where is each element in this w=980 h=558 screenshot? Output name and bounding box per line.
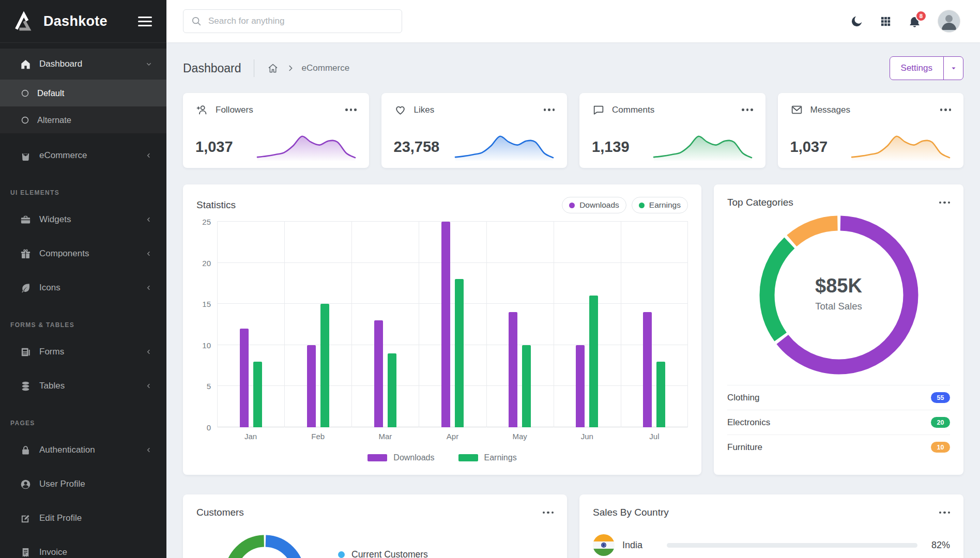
sidebar-item-authentication[interactable]: Authentication <box>0 433 166 467</box>
category-row-clothing[interactable]: Clothing55 <box>727 385 950 410</box>
customers-menu-icon[interactable] <box>543 509 554 516</box>
user-avatar[interactable] <box>938 10 960 33</box>
stat-card-menu-icon[interactable] <box>742 106 753 113</box>
settings-dropdown-caret[interactable] <box>943 57 963 80</box>
top-categories-title: Top Categories <box>727 197 793 208</box>
home-icon <box>20 58 32 70</box>
country-progress-bar <box>667 543 917 548</box>
receipt-icon <box>20 547 32 558</box>
bar-earnings-mar <box>388 353 396 427</box>
bar-earnings-jan <box>253 362 262 427</box>
bar-earnings-jun <box>589 296 598 427</box>
breadcrumb-home-icon[interactable] <box>267 62 279 74</box>
category-row-furniture[interactable]: Furniture10 <box>727 435 950 459</box>
breadcrumb-current: eCommerce <box>302 63 350 73</box>
top-categories-menu-icon[interactable] <box>939 199 951 206</box>
stat-card-menu-icon[interactable] <box>345 106 357 113</box>
sidebar-item-ecommerce[interactable]: eCommerce <box>0 138 166 173</box>
charts-row: Statistics DownloadsEarnings 0510152025 … <box>183 184 963 475</box>
statistics-card-header: Statistics DownloadsEarnings <box>196 197 688 213</box>
x-axis-label: Mar <box>351 432 419 441</box>
y-axis-tick: 20 <box>202 258 211 267</box>
stat-value: 1,037 <box>790 138 828 161</box>
bar-downloads-jan <box>240 329 249 427</box>
customers-card: Customers Current Customers <box>183 494 567 558</box>
apps-grid-icon[interactable] <box>880 16 892 27</box>
sidebar-item-label: Widgets <box>39 214 137 225</box>
bar-earnings-jul <box>656 362 665 427</box>
sidebar-item-forms[interactable]: Forms <box>0 335 166 369</box>
bar-chart: 0510152025 <box>196 222 688 427</box>
legend-swatch-icon <box>368 454 387 461</box>
sidebar-item-label: Icons <box>39 283 137 293</box>
search-box[interactable] <box>183 9 402 33</box>
stat-value: 23,758 <box>394 138 440 161</box>
bars-area <box>217 222 688 427</box>
sidebar-subitem-label: Default <box>37 88 64 98</box>
sidebar-item-invoice[interactable]: Invoice <box>0 535 166 558</box>
bar-downloads-jun <box>576 345 585 427</box>
category-count-badge: 20 <box>931 417 950 428</box>
legend-chip-downloads[interactable]: Downloads <box>562 197 626 213</box>
sidebar-item-widgets[interactable]: Widgets <box>0 203 166 237</box>
sidebar-subitem-label: Alternate <box>37 115 71 125</box>
notifications-bell-icon[interactable]: 8 <box>908 14 922 28</box>
envelope-icon <box>790 103 803 116</box>
country-name: India <box>622 540 663 551</box>
category-label: Clothing <box>727 393 759 403</box>
sidebar-item-dashboard[interactable]: Dashboard <box>0 49 166 80</box>
breadcrumb: eCommerce <box>267 62 350 74</box>
bar-group-jan <box>217 222 284 427</box>
sidebar-item-label: User Profile <box>39 479 153 489</box>
top-categories-header: Top Categories <box>727 197 950 208</box>
legend-chip-earnings[interactable]: Earnings <box>632 197 688 213</box>
chevron-down-icon <box>145 60 153 68</box>
person-icon <box>20 478 32 490</box>
category-label: Furniture <box>727 442 762 453</box>
stat-label: Comments <box>612 105 654 115</box>
stat-card-body: 1,037 <box>790 116 952 161</box>
stat-sparkline-chart <box>256 131 357 161</box>
sidebar-item-user-profile[interactable]: User Profile <box>0 467 166 501</box>
category-row-electronics[interactable]: Electronics20 <box>727 410 950 435</box>
stat-card-menu-icon[interactable] <box>544 106 555 113</box>
customers-donut-chart <box>221 531 309 558</box>
stat-cards-row: Followers1,037Likes23,758Comments1,139Me… <box>183 93 963 168</box>
stat-card-menu-icon[interactable] <box>940 106 952 113</box>
india-flag-icon <box>593 534 615 556</box>
bottom-legend-label: Downloads <box>393 453 434 462</box>
sidebar-subitem-alternate[interactable]: Alternate <box>0 106 166 133</box>
stat-card-header: Followers <box>195 103 357 116</box>
sidebar-toggle-icon[interactable] <box>138 14 152 29</box>
search-input[interactable] <box>207 16 394 27</box>
sales-by-country-card: Sales By Country India82% <box>579 494 963 558</box>
sidebar-item-label: Dashboard <box>39 59 137 69</box>
content: Dashboard eCommerce Settings Followers1,… <box>166 42 980 558</box>
sales-by-country-menu-icon[interactable] <box>939 509 951 516</box>
sidebar-item-components[interactable]: Components <box>0 237 166 271</box>
settings-button[interactable]: Settings <box>890 57 943 80</box>
statistics-legend-chips: DownloadsEarnings <box>562 197 688 213</box>
chevron-left-icon <box>145 348 153 356</box>
notification-count-badge: 8 <box>915 10 927 22</box>
x-axis-label: Feb <box>284 432 351 441</box>
stat-card-header: Messages <box>790 103 952 116</box>
sidebar-item-icons[interactable]: Icons <box>0 271 166 305</box>
leaf-icon <box>20 282 32 294</box>
customers-legend: Current Customers <box>338 549 428 558</box>
page-title: Dashboard <box>183 61 241 75</box>
bar-group-may <box>486 222 554 427</box>
main-area: 8 Dashboard eCommerce Settings <box>166 0 980 558</box>
customers-title: Customers <box>196 507 244 518</box>
dashkote-logo-icon <box>12 10 36 32</box>
dark-mode-moon-icon[interactable] <box>850 14 864 28</box>
bar-downloads-jul <box>643 312 652 427</box>
sidebar-item-edit-profile[interactable]: Edit Profile <box>0 501 166 535</box>
chevron-left-icon <box>145 284 153 292</box>
topbar: 8 <box>166 0 980 42</box>
category-count-badge: 55 <box>931 392 950 403</box>
sidebar-subitem-default[interactable]: Default <box>0 80 166 106</box>
stat-sparkline-chart <box>652 131 753 161</box>
person-add-icon <box>195 103 208 116</box>
sidebar-item-tables[interactable]: Tables <box>0 369 166 403</box>
